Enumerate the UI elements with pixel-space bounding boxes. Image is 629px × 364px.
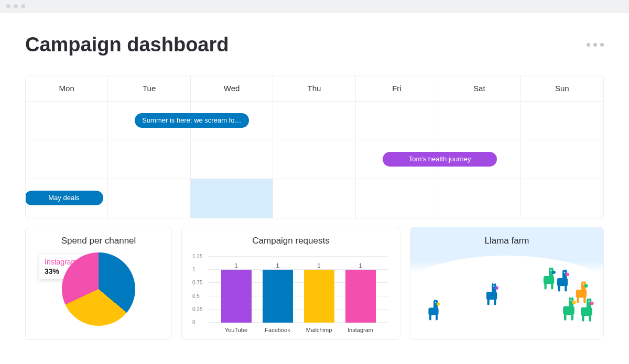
bar[interactable]: 1 [259, 262, 296, 323]
calendar-cell[interactable] [191, 140, 273, 179]
svg-point-11 [493, 285, 494, 286]
calendar-cell[interactable] [356, 179, 438, 218]
svg-rect-40 [590, 302, 593, 305]
bar-category-label: YouTube [218, 327, 255, 333]
traffic-light-max-icon[interactable] [21, 4, 25, 8]
spend-per-channel-widget: Spend per channel Instagram 33% [25, 227, 172, 340]
svg-point-35 [570, 300, 572, 301]
calendar-cell[interactable] [108, 140, 190, 179]
svg-rect-33 [571, 314, 574, 321]
calendar-cell[interactable] [521, 102, 603, 140]
llama-icon[interactable] [425, 299, 442, 323]
svg-rect-3 [436, 314, 438, 320]
svg-rect-32 [564, 314, 567, 321]
svg-rect-4 [437, 303, 440, 306]
calendar-day-header: Fri [356, 75, 438, 102]
widget-title: Spend per channel [35, 236, 162, 246]
svg-rect-8 [487, 299, 490, 305]
llama-icon[interactable] [483, 282, 501, 307]
calendar-day-header: Tue [108, 75, 190, 102]
calendar-day-header: Sun [521, 75, 603, 102]
svg-point-29 [583, 283, 584, 284]
calendar-cell[interactable] [521, 179, 603, 218]
bar-rect [263, 270, 293, 323]
svg-point-23 [564, 272, 565, 273]
llama-icon[interactable] [577, 297, 596, 324]
calendar-day-header: Thu [273, 75, 355, 102]
svg-rect-34 [572, 301, 576, 304]
bar-rect [345, 270, 376, 323]
dot-icon [587, 43, 590, 47]
bar-chart[interactable]: 00.250.50.7511.25 1111 YouTubeFacebookMa… [208, 250, 388, 333]
calendar-day-header: Sat [438, 75, 520, 102]
svg-rect-20 [558, 285, 560, 292]
bar-value-label: 1 [234, 262, 237, 269]
calendar-cell[interactable] [273, 140, 355, 179]
calendar-day-header: Wed [191, 75, 273, 102]
more-menu-button[interactable] [587, 43, 604, 47]
svg-rect-9 [494, 299, 496, 305]
svg-rect-21 [565, 285, 567, 292]
dot-icon [593, 43, 597, 47]
bar-value-label: 1 [359, 262, 362, 269]
bar-rect [304, 270, 334, 323]
svg-rect-2 [429, 314, 431, 320]
calendar-event-pill[interactable]: Tom's health journey [383, 152, 497, 167]
llama-icon[interactable] [559, 296, 578, 323]
traffic-light-close-icon[interactable] [6, 4, 10, 8]
pie-chart[interactable] [62, 252, 135, 326]
bar[interactable]: 1 [342, 262, 379, 323]
bar-category-label: Mailchimp [301, 327, 338, 333]
bar-rect [221, 270, 252, 323]
bar-value-label: 1 [317, 262, 320, 269]
calendar-cell[interactable] [108, 179, 190, 218]
svg-rect-15 [551, 283, 553, 290]
calendar-event-pill[interactable]: Summer is here: we scream for ice cream [135, 113, 249, 128]
calendar-cell[interactable] [273, 102, 355, 140]
svg-point-5 [435, 302, 436, 303]
llama-farm-widget: Llama farm [410, 227, 604, 340]
campaign-requests-widget: Campaign requests 00.250.50.7511.25 1111… [181, 227, 400, 340]
bar-category-label: Instagram [342, 327, 379, 333]
page-title: Campaign dashboard [25, 34, 229, 56]
svg-rect-22 [566, 273, 569, 276]
calendar-day-header: Mon [26, 75, 108, 102]
calendar-cell[interactable] [438, 179, 520, 218]
calendar-widget: MonTueWedThuFriSatSun Summer is here: we… [25, 75, 604, 218]
dot-icon [600, 43, 604, 47]
svg-rect-39 [589, 315, 592, 322]
svg-rect-38 [582, 315, 584, 322]
widget-title: Campaign requests [191, 236, 391, 246]
calendar-cell[interactable] [26, 102, 108, 140]
svg-rect-14 [545, 283, 547, 290]
traffic-light-min-icon[interactable] [14, 4, 18, 8]
calendar-event-pill[interactable]: May deals [25, 191, 103, 205]
svg-rect-10 [495, 286, 498, 290]
svg-point-17 [550, 270, 551, 271]
calendar-cell[interactable] [191, 179, 273, 218]
calendar-cell[interactable] [26, 140, 108, 179]
bar[interactable]: 1 [218, 262, 255, 323]
llama-icon[interactable] [554, 268, 571, 294]
svg-rect-28 [584, 284, 588, 288]
bar[interactable]: 1 [301, 262, 338, 323]
page-content: Campaign dashboard MonTueWedThuFriSatSun… [0, 13, 629, 364]
calendar-cell[interactable] [356, 102, 438, 140]
bar-value-label: 1 [276, 262, 279, 269]
bar-category-label: Facebook [259, 327, 296, 333]
calendar-cell[interactable] [438, 102, 520, 140]
calendar-cell[interactable] [273, 179, 355, 218]
window-chrome [0, 0, 629, 13]
svg-point-41 [588, 301, 590, 302]
calendar-cell[interactable] [521, 140, 603, 179]
